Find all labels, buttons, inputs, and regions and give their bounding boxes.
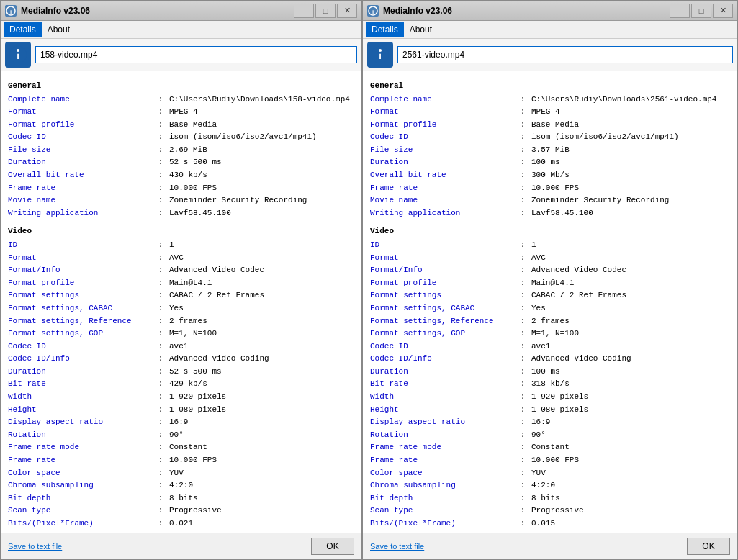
file-name-right[interactable] xyxy=(397,46,733,63)
save-text-file-right[interactable]: Save to text file xyxy=(370,542,424,551)
field-value: Advanced Video Coding xyxy=(531,353,730,366)
field-label: Color space xyxy=(370,467,514,480)
field-label: Codec ID/Info xyxy=(8,353,152,366)
info-row: Frame rate : 10.000 FPS xyxy=(370,454,730,467)
info-row: Overall bit rate : 430 kb/s xyxy=(8,169,354,182)
field-label: Overall bit rate xyxy=(370,169,514,182)
info-row: Format settings, CABAC : Yes xyxy=(8,302,354,315)
field-label: Format/Info xyxy=(8,264,152,277)
field-value: M=1, N=100 xyxy=(169,328,354,340)
field-label: Codec ID xyxy=(370,340,514,353)
field-value: M=1, N=100 xyxy=(531,328,730,340)
info-row: Movie name : Zoneminder Security Recordi… xyxy=(8,194,354,207)
field-label: File size xyxy=(8,144,152,157)
field-label: Movie name xyxy=(370,194,514,207)
minimize-button-right[interactable]: — xyxy=(670,4,690,18)
field-label: Overall bit rate xyxy=(8,169,152,182)
field-value: 16:9 xyxy=(169,416,354,429)
file-name-left[interactable] xyxy=(35,46,357,63)
field-value: AVC xyxy=(169,252,354,265)
field-label: Bit rate xyxy=(8,378,152,391)
info-row: Complete name : C:\Users\Rudiy\Downloads… xyxy=(370,94,730,107)
field-label: Frame rate xyxy=(8,454,152,467)
field-value: Advanced Video Codec xyxy=(531,264,730,277)
field-label: Codec ID xyxy=(370,131,514,144)
info-row: Rotation : 90° xyxy=(370,429,730,442)
content-area-right[interactable]: General Complete name : C:\Users\Rudiy\D… xyxy=(363,71,737,533)
field-label: Frame rate xyxy=(8,182,152,195)
info-row: Scan type : Progressive xyxy=(370,505,730,518)
info-row: Format settings, Reference : 2 frames xyxy=(370,315,730,328)
info-row: Height : 1 080 pixels xyxy=(370,404,730,417)
field-value: Progressive xyxy=(531,505,730,518)
menu-details-left[interactable]: Details xyxy=(4,22,42,37)
info-row: Format settings : CABAC / 2 Ref Frames xyxy=(370,289,730,302)
general-header-left: General xyxy=(8,80,354,92)
info-row: Rotation : 90° xyxy=(8,429,354,442)
field-value: Lavf58.45.100 xyxy=(531,207,730,220)
info-row: Display aspect ratio : 16:9 xyxy=(8,416,354,429)
field-label: Rotation xyxy=(8,429,152,442)
ok-button-right[interactable]: OK xyxy=(687,538,730,555)
info-row: Format settings : CABAC / 2 Ref Frames xyxy=(8,289,354,302)
info-row: Writing application : Lavf58.45.100 xyxy=(8,207,354,220)
field-value: 10.000 FPS xyxy=(169,454,354,467)
info-row: Format settings, GOP : M=1, N=100 xyxy=(370,328,730,340)
svg-text:i: i xyxy=(17,50,19,61)
svg-text:i: i xyxy=(10,9,12,15)
info-row: Frame rate mode : Constant xyxy=(8,441,354,454)
field-label: ID xyxy=(8,239,152,252)
file-bar-right: i xyxy=(363,39,737,71)
minimize-button-left[interactable]: — xyxy=(294,4,314,18)
field-value: 8 bits xyxy=(531,492,730,505)
field-value: 0.021 xyxy=(169,518,354,530)
info-row: File size : 2.69 MiB xyxy=(8,144,354,157)
ok-button-left[interactable]: OK xyxy=(311,538,354,555)
field-label: File size xyxy=(370,144,514,157)
field-value: 300 Mb/s xyxy=(531,169,730,182)
close-button-left[interactable]: ✕ xyxy=(337,4,357,18)
field-label: Format/Info xyxy=(370,264,514,277)
field-value: MPEG-4 xyxy=(531,106,730,119)
info-row: Format settings, Reference : 2 frames xyxy=(8,315,354,328)
menu-about-left[interactable]: About xyxy=(42,22,76,37)
save-text-file-left[interactable]: Save to text file xyxy=(8,542,62,551)
field-value: 1 920 pixels xyxy=(531,391,730,404)
info-row: Writing application : Lavf58.45.100 xyxy=(370,207,730,220)
maximize-button-left[interactable]: □ xyxy=(315,4,336,18)
content-area-left[interactable]: General Complete name : C:\Users\Rudiy\D… xyxy=(1,71,361,533)
field-value: Base Media xyxy=(531,119,730,132)
svg-text:i: i xyxy=(379,50,382,61)
menu-details-right[interactable]: Details xyxy=(366,22,404,37)
info-row: Bit rate : 318 kb/s xyxy=(370,378,730,391)
menu-about-right[interactable]: About xyxy=(404,22,438,37)
field-value: Base Media xyxy=(169,119,354,132)
info-row: Codec ID : isom (isom/iso6/iso2/avc1/mp4… xyxy=(8,131,354,144)
field-value: MPEG-4 xyxy=(169,106,354,119)
field-label: Duration xyxy=(8,366,152,379)
info-row: Height : 1 080 pixels xyxy=(8,404,354,417)
close-button-right[interactable]: ✕ xyxy=(713,4,733,18)
general-header-right: General xyxy=(370,80,730,92)
file-icon-right: i xyxy=(367,42,393,68)
field-label: ID xyxy=(370,239,514,252)
video-section-left: Video ID : 1 Format : AVC Format/Info : … xyxy=(8,225,354,533)
svg-point-9 xyxy=(379,49,382,52)
field-value: C:\Users\Rudiy\Downloads\158-video.mp4 xyxy=(169,94,354,107)
field-value: 430 kb/s xyxy=(169,169,354,182)
field-value: avc1 xyxy=(169,340,354,353)
field-label: Bit rate xyxy=(370,378,514,391)
field-value: 2 frames xyxy=(169,315,354,328)
field-value: isom (isom/iso6/iso2/avc1/mp41) xyxy=(169,131,354,144)
field-label: Format settings, CABAC xyxy=(8,302,152,315)
info-row: Bits/(Pixel*Frame) : 0.021 xyxy=(8,518,354,530)
field-label: Rotation xyxy=(370,429,514,442)
field-value: 10.000 FPS xyxy=(169,182,354,195)
maximize-button-right[interactable]: □ xyxy=(691,4,711,18)
info-row: File size : 3.57 MiB xyxy=(370,144,730,157)
info-row: Frame rate : 10.000 FPS xyxy=(8,182,354,195)
field-value: 429 kb/s xyxy=(169,378,354,391)
info-row: Overall bit rate : 300 Mb/s xyxy=(370,169,730,182)
field-value: 52 s 500 ms xyxy=(169,156,354,169)
info-row: Format : AVC xyxy=(370,252,730,265)
